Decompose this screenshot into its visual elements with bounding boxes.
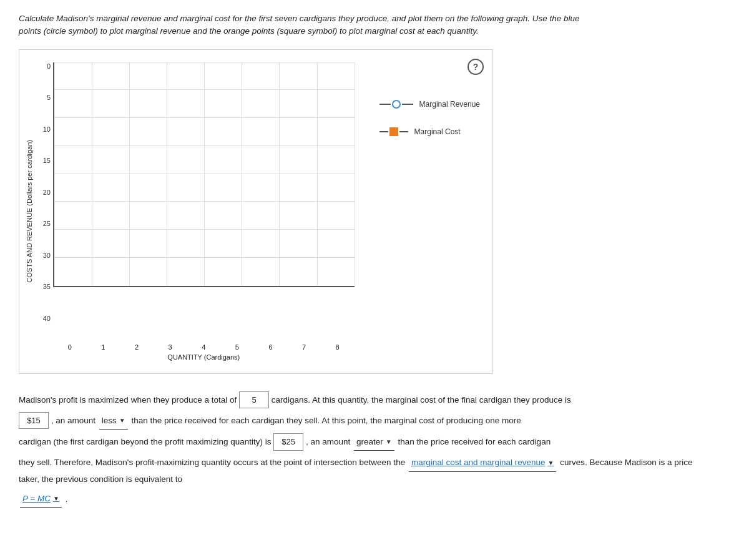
legend-marginal-revenue: Marginal Revenue — [379, 100, 480, 109]
legend-area: Marginal Revenue Marginal Cost — [355, 62, 480, 361]
legend-marginal-cost: Marginal Cost — [379, 127, 480, 136]
y-tick-20: 20 — [37, 189, 51, 196]
part8-text: they sell. Therefore, Madison's profit-m… — [19, 458, 405, 467]
dropdown-arrow-4: ▼ — [53, 493, 59, 504]
mc-square-icon — [389, 127, 398, 136]
chart-area: COSTS AND REVENUE (Dollars per cardigan)… — [26, 62, 355, 361]
x-tick-0: 0 — [53, 343, 87, 351]
bottom-line-2: $15 , an amount less ▼ than the price re… — [19, 412, 705, 430]
mr-circle-icon — [392, 100, 401, 109]
y-tick-30: 30 — [37, 252, 51, 259]
grid-v-5 — [242, 62, 242, 286]
comparison-dropdown-1[interactable]: less ▼ — [99, 413, 128, 430]
part4-text: than the price received for each cardiga… — [132, 416, 521, 425]
y-tick-5: 5 — [37, 94, 51, 101]
marginal-revenue-label: Marginal Revenue — [419, 100, 480, 109]
grid-v-6 — [279, 62, 280, 286]
intersection-dropdown[interactable]: marginal cost and marginal revenue ▼ — [409, 454, 557, 471]
grid-v-8 — [355, 62, 355, 286]
x-axis-label: QUANTITY (Cardigans) — [37, 353, 355, 361]
y-tick-0: 0 — [37, 62, 51, 70]
graph-container: ? COSTS AND REVENUE (Dollars per cardiga… — [19, 49, 493, 374]
dropdown-arrow-2: ▼ — [386, 436, 392, 448]
x-tick-4: 4 — [187, 343, 220, 351]
x-tick-8: 8 — [321, 343, 355, 351]
bottom-line-3: cardigan (the first cardigan beyond the … — [19, 433, 705, 451]
mc-line-left — [379, 131, 388, 132]
link-text: marginal cost and marginal revenue — [411, 455, 546, 470]
grid-v-2 — [129, 62, 130, 286]
quantity-input[interactable]: 5 — [239, 391, 269, 408]
grid-v-3 — [167, 62, 167, 286]
dropdown-arrow-3: ▼ — [548, 458, 554, 469]
formula-dropdown[interactable]: P = MC ▼ — [20, 491, 62, 508]
y-tick-15: 15 — [37, 157, 51, 164]
part3-text: , an amount — [51, 416, 95, 425]
y-tick-40: 40 — [37, 315, 51, 322]
x-tick-6: 6 — [254, 343, 288, 351]
comparison2-label: greater — [356, 435, 383, 449]
grid-v-1 — [92, 62, 92, 286]
part5-text: cardigan (the first cardigan beyond the … — [19, 437, 271, 446]
mc-line-right — [399, 131, 408, 132]
x-tick-7: 7 — [287, 343, 321, 351]
chart-with-axes: 40 35 30 25 20 15 10 5 0 — [37, 62, 355, 361]
x-tick-5: 5 — [220, 343, 254, 351]
bottom-line-4: they sell. Therefore, Madison's profit-m… — [19, 454, 705, 487]
part1-text: Madison's profit is maximized when they … — [19, 395, 237, 405]
x-tick-2: 2 — [120, 343, 154, 351]
grid-v-7 — [317, 62, 318, 286]
x-tick-1: 1 — [87, 343, 120, 351]
x-ticks-row: 0 1 2 3 4 5 6 7 8 — [53, 343, 355, 351]
cost-input-2[interactable]: $25 — [273, 433, 303, 450]
dropdown-arrow-1: ▼ — [119, 415, 125, 426]
y-tick-10: 10 — [37, 125, 51, 133]
marginal-cost-label: Marginal Cost — [414, 127, 461, 136]
bottom-section: Madison's profit is maximized when they … — [19, 391, 705, 508]
comparison-dropdown-2[interactable]: greater ▼ — [354, 434, 394, 451]
cost-input-1[interactable]: $15 — [19, 412, 49, 429]
y-ticks: 40 35 30 25 20 15 10 5 0 — [37, 62, 51, 341]
mr-line-left — [379, 104, 391, 105]
y-tick-25: 25 — [37, 220, 51, 227]
mr-line-right — [402, 104, 413, 105]
y-tick-35: 35 — [37, 283, 51, 290]
marginal-revenue-symbol — [379, 100, 413, 109]
marginal-cost-symbol — [379, 127, 408, 136]
part6-text: , an amount — [306, 437, 350, 446]
part7-text: than the price received for each cardiga… — [398, 437, 551, 446]
grid-v-4 — [204, 62, 205, 286]
plot-area[interactable] — [53, 62, 355, 287]
bottom-line-1: Madison's profit is maximized when they … — [19, 391, 705, 408]
chart-inner: 40 35 30 25 20 15 10 5 0 — [37, 62, 355, 341]
formula-label: P = MC — [22, 491, 51, 506]
mc-icon — [379, 127, 408, 136]
help-button[interactable]: ? — [468, 59, 484, 75]
mr-icon — [379, 100, 413, 109]
part2-text: cardigans. At this quantity, the margina… — [272, 395, 571, 405]
comparison1-label: less — [102, 413, 117, 428]
bottom-line-5: P = MC ▼ . — [19, 491, 705, 508]
x-tick-3: 3 — [154, 343, 187, 351]
instructions-text: Calculate Madison's marginal revenue and… — [19, 12, 580, 38]
y-axis-label: COSTS AND REVENUE (Dollars per cardigan) — [26, 140, 33, 283]
